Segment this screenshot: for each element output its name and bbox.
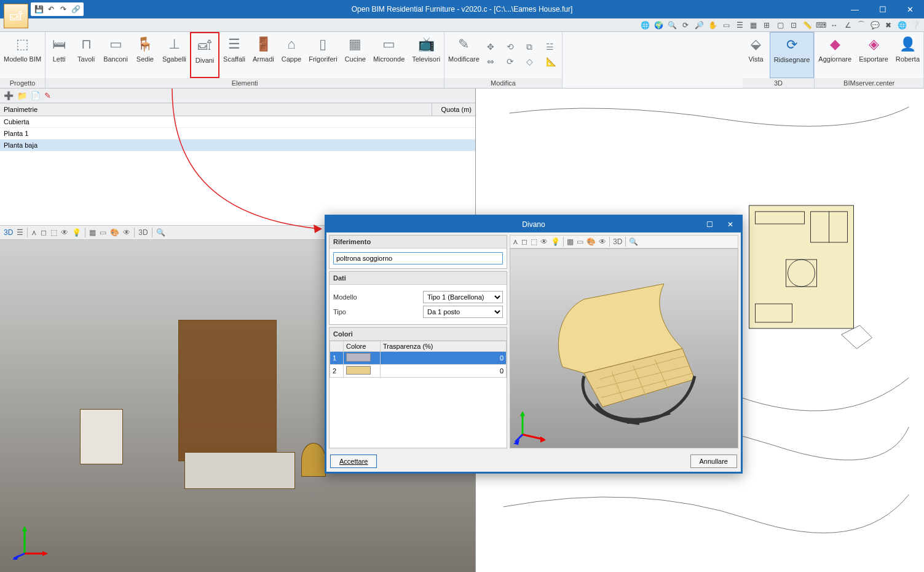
esportare-button[interactable]: ◈Esportare: [855, 32, 892, 78]
televisori-button[interactable]: 📺Televisori: [408, 32, 444, 78]
rotate-icon[interactable]: ⟲: [507, 42, 519, 54]
erase-icon[interactable]: ◇: [526, 57, 539, 69]
globe-icon[interactable]: 🌐: [640, 20, 650, 30]
dots-icon[interactable]: ⊡: [789, 20, 799, 30]
frigoriferi-button[interactable]: ▯Frigoriferi: [305, 32, 341, 78]
select-icon[interactable]: ▭: [577, 237, 583, 246]
move-icon[interactable]: ✥: [487, 42, 499, 54]
accept-button[interactable]: Accettare: [330, 455, 377, 468]
table-row[interactable]: 1 0: [330, 352, 507, 365]
dialog-maximize-button[interactable]: ☐: [699, 216, 720, 232]
select-icon[interactable]: ▭: [100, 228, 106, 237]
redo-icon[interactable]: ↷: [58, 4, 69, 15]
visibility-icon[interactable]: 👁: [599, 237, 606, 246]
snap3d-icon[interactable]: 3D: [138, 228, 148, 237]
roberta-button[interactable]: 👤Roberta: [892, 32, 923, 78]
riferimento-input[interactable]: [333, 252, 503, 264]
visibility-icon[interactable]: 👁: [123, 228, 130, 237]
edit-icon[interactable]: ✎: [44, 91, 51, 100]
note-icon[interactable]: 💬: [870, 20, 880, 30]
bulb-icon[interactable]: 💡: [72, 228, 81, 237]
table-row[interactable]: 2 0: [330, 365, 507, 378]
tool-icon[interactable]: ✖: [883, 20, 893, 30]
color-icon[interactable]: 🎨: [586, 237, 596, 246]
rotate2-icon[interactable]: ⟳: [507, 57, 519, 69]
wire-icon[interactable]: ⬚: [531, 237, 537, 246]
color-swatch[interactable]: [346, 366, 371, 375]
sedie-button[interactable]: 🪑Sedie: [132, 32, 159, 78]
cappe-button[interactable]: ⌂Cappe: [278, 32, 305, 78]
zoom-icon[interactable]: 🔍: [667, 20, 677, 30]
grid2-icon[interactable]: ⊞: [762, 20, 772, 30]
grid-icon[interactable]: ▦: [567, 237, 574, 246]
modello-bim-button[interactable]: ⬚ Modello BIM: [0, 32, 45, 78]
banconi-button[interactable]: ▭Banconi: [100, 32, 132, 78]
snap3d-icon[interactable]: 3D: [613, 237, 622, 246]
zoom-icon[interactable]: 🔍: [156, 228, 165, 237]
folder-icon[interactable]: 📁: [17, 91, 27, 100]
close-button[interactable]: ✕: [896, 0, 924, 18]
search-icon[interactable]: 🔎: [694, 20, 704, 30]
color-icon[interactable]: 🎨: [110, 228, 119, 237]
modello-select[interactable]: Tipo 1 (Barcellona): [423, 291, 503, 303]
wire-icon[interactable]: ⬚: [50, 228, 57, 237]
sgabelli-button[interactable]: ⊥Sgabelli: [159, 32, 190, 78]
hand-icon[interactable]: ✋: [708, 20, 717, 30]
rect-icon[interactable]: ▢: [775, 20, 785, 30]
help-globe-icon[interactable]: 🌐: [897, 20, 907, 30]
refresh-icon[interactable]: ⟳: [681, 20, 690, 30]
layer-icon[interactable]: ☱: [546, 42, 558, 54]
list-item[interactable]: Cubierta: [0, 116, 475, 128]
move2-icon[interactable]: ⇔: [487, 57, 499, 69]
view3d-icon[interactable]: 3D: [4, 228, 13, 237]
cucine-button[interactable]: ▦Cucine: [341, 32, 369, 78]
dialog-titlebar[interactable]: Divano ☐ ✕: [326, 216, 741, 232]
axis-icon[interactable]: ⋏: [513, 237, 518, 246]
box-icon[interactable]: ◻: [41, 228, 47, 237]
modificare-button[interactable]: ✎Modificare: [444, 32, 483, 78]
axis-icon[interactable]: ⋏: [31, 228, 37, 237]
aggiornare-button[interactable]: ◆Aggiornare: [815, 32, 855, 78]
arc-icon[interactable]: ⌒: [856, 20, 866, 30]
scaffali-button[interactable]: ☰Scaffali: [219, 32, 249, 78]
layers-icon[interactable]: ☰: [735, 20, 744, 30]
dim-icon[interactable]: ↔: [829, 20, 839, 30]
tipo-select[interactable]: Da 1 posto: [423, 306, 503, 318]
window-icon[interactable]: ▭: [721, 20, 731, 30]
armadi-button[interactable]: 🚪Armadi: [249, 32, 278, 78]
keyboard-icon[interactable]: ⌨: [816, 20, 826, 30]
ruler-icon[interactable]: 📏: [802, 20, 812, 30]
ridisegnare-button[interactable]: ⟳Ridisegnare: [770, 32, 815, 78]
cancel-button[interactable]: Annullare: [690, 455, 737, 468]
vista-button[interactable]: ⬙Vista: [743, 32, 770, 78]
eye-icon[interactable]: 👁: [540, 237, 548, 246]
bulb-icon[interactable]: 💡: [551, 237, 560, 246]
grid-icon[interactable]: ▦: [748, 20, 758, 30]
link-icon[interactable]: 🔗: [70, 4, 81, 15]
globe2-icon[interactable]: 🌍: [654, 20, 663, 30]
box-icon[interactable]: ◻: [521, 237, 527, 246]
save-icon[interactable]: 💾: [33, 4, 44, 15]
microonde-button[interactable]: ▭Microonde: [369, 32, 408, 78]
layers-icon[interactable]: ☰: [17, 228, 23, 237]
color-swatch[interactable]: [346, 353, 371, 362]
help-icon[interactable]: ❔: [910, 20, 920, 30]
grid-icon[interactable]: ▦: [89, 228, 96, 237]
list-item[interactable]: Planta baja: [0, 140, 475, 151]
divani-button[interactable]: 🛋Divani: [190, 32, 219, 78]
eye-icon[interactable]: 👁: [61, 228, 68, 237]
minimize-button[interactable]: —: [841, 0, 869, 18]
preview-3d[interactable]: [510, 248, 738, 448]
maximize-button[interactable]: ☐: [869, 0, 896, 18]
measure-icon[interactable]: 📐: [546, 57, 558, 69]
angle-icon[interactable]: ∠: [843, 20, 853, 30]
zoom-icon[interactable]: 🔍: [629, 237, 638, 246]
undo-icon[interactable]: ↶: [45, 4, 57, 15]
list-item[interactable]: Planta 1: [0, 128, 475, 140]
tavoli-button[interactable]: ⊓Tavoli: [73, 32, 100, 78]
page-icon[interactable]: 📄: [31, 91, 41, 100]
add-icon[interactable]: ➕: [4, 91, 14, 100]
copy-icon[interactable]: ⧉: [526, 42, 539, 54]
dialog-close-button[interactable]: ✕: [720, 216, 741, 232]
letti-button[interactable]: 🛏Letti: [45, 32, 73, 78]
